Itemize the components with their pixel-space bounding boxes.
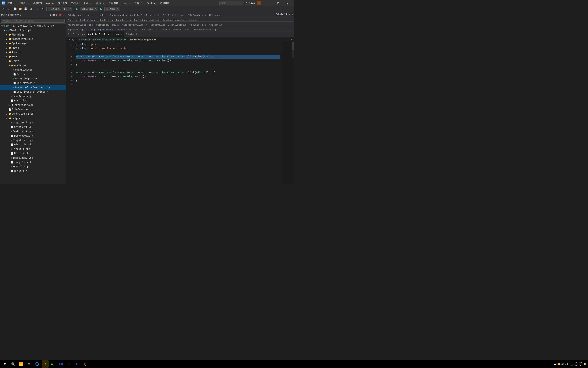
toolbar-redo[interactable]: ↪ [41, 7, 45, 11]
user-avatar[interactable] [257, 1, 261, 5]
tab-toolpage-xaml-cpp[interactable]: ToolPage.xaml.cpp [161, 17, 187, 22]
tab-onedrivefileprovider-cpp-active[interactable]: OneDriveFileProvider.cpp ✕ [87, 31, 124, 37]
code-editor[interactable]: #include "pch.h" #include "OneDriveFileP… [74, 42, 282, 184]
tree-item-drive[interactable]: ▼ 📂 Drive [0, 59, 66, 63]
run-mode-select[interactable]: 仅限本机 [104, 7, 120, 11]
tree-item-cryptoutil-cpp[interactable]: ⊕ CryptoUtil.cpp [0, 120, 66, 125]
tab-app-xaml-h[interactable]: App.xaml.h [208, 22, 224, 26]
menu-debug[interactable]: 调试(D) [82, 1, 94, 5]
se-pin-icon[interactable]: 📌 [58, 13, 62, 17]
tab-embyapi-cpp[interactable]: EmbyApi.cpp [66, 12, 84, 17]
run-target-select[interactable]: 本地计算机 [80, 7, 98, 11]
tab-winnt-h[interactable]: winnt.h [159, 26, 172, 31]
tree-item-basedrive-cpp[interactable]: ⊕ BaseDrive.cpp [0, 94, 66, 98]
tab-macros-h[interactable]: macros.h [84, 12, 98, 17]
tree-item-bean[interactable]: ▶ 📁 Bean [0, 55, 66, 59]
tab-media-h[interactable]: Media.h [66, 17, 79, 22]
tree-solution[interactable]: ▼ ▣ 解决方案 'iPlayX' (1 个项目，共 1 个) [0, 24, 66, 28]
tree-item-onedrive-folder[interactable]: ▼ 📂 onedrive [0, 63, 66, 68]
menu-git[interactable]: Git(G) [44, 1, 56, 5]
menu-extensions[interactable]: 扩展(X) [133, 1, 145, 5]
tree-item-basedrive-h[interactable]: 📄 BaseDrive.h [0, 98, 66, 103]
se-filter-icon[interactable]: ⚙ [55, 13, 58, 17]
tree-item-imagecache-cpp[interactable]: ⊕ ImageCache.cpp [0, 156, 66, 160]
tree-item-mpvutil-h[interactable]: 📄 MPVUtil.h [0, 169, 66, 173]
tree-item-desktoputil-h[interactable]: 📄 DesktopUtil.h [0, 134, 66, 138]
close-button[interactable]: ✕ [283, 0, 292, 6]
menu-build[interactable]: 生成(B) [69, 1, 82, 5]
tab-window-h[interactable]: Window.h [187, 17, 201, 22]
menu-file[interactable]: 文件(F) [6, 1, 18, 5]
run-remote-button[interactable]: ▶ [99, 7, 104, 11]
tab-embyapi-h-active[interactable]: EmbyApi.h [124, 31, 139, 37]
breadcrumb-namespace-select[interactable]: IPLX::Drive::OneDrive::OneDriveFileProvi… [78, 38, 126, 41]
breadcrumb-method-select[interactable]: listFiles(std::string path) [129, 38, 157, 41]
menu-edit[interactable]: 编辑(E) [19, 1, 31, 5]
tab-desktoputil-cpp[interactable]: DesktopUtil.cpp [115, 26, 138, 31]
tree-item-httputil-h[interactable]: 📄 HttpUtil.h [0, 151, 66, 156]
tab-cloudpage-xaml-cpp[interactable]: CloudPage.xaml.cpp [191, 26, 218, 31]
minimize-button[interactable]: ─ [264, 0, 273, 6]
minimap[interactable] [282, 42, 294, 184]
tree-item-arm64[interactable]: ▶ 📁 ARM64 [0, 46, 66, 50]
tab-basedrive-cpp-active[interactable]: BaseDrive.cpp [66, 31, 87, 37]
toolbar-save-all[interactable]: 🗂 [29, 7, 33, 11]
debug-config-select[interactable]: Debug [48, 7, 61, 11]
tab-fileprovider-h[interactable]: FileProvider.h [186, 12, 208, 17]
tab-microsoft-ui-xaml-h[interactable]: Microsoft.UI.Xaml.h [120, 22, 149, 26]
menu-tools[interactable]: 工具(T) [120, 1, 133, 5]
se-close-icon[interactable]: ✕ [62, 13, 64, 17]
active-tab-close[interactable]: ✕ [121, 33, 122, 36]
tab-pch-h[interactable]: pch.h [98, 12, 108, 17]
tab-windows-appl-activation-h[interactable]: Windows.Appl...Activation.h [149, 22, 188, 26]
toolbar-back[interactable]: ↩ [1, 7, 5, 11]
tree-item-helper[interactable]: ▼ 📂 Helper [0, 116, 66, 120]
tab-basedrive-h[interactable]: BaseDrive.h [115, 17, 133, 22]
tree-item-dispatcher-h[interactable]: 📄 Dispatcher.h [0, 142, 66, 147]
toolbar-save[interactable]: 💾 [23, 7, 28, 11]
tab-desktoputil-h[interactable]: DesktopUtil.h [138, 26, 159, 31]
menu-window[interactable]: 窗口(W) [146, 1, 158, 5]
tree-item-onedrive-cpp[interactable]: ⊕ OneDrive.cpp [0, 68, 66, 72]
toolbar-open[interactable]: 📂 [18, 7, 23, 11]
tab-onedrive-h[interactable]: OneDrive.h [98, 17, 115, 22]
tab-media-cpp[interactable]: Media.cpp [208, 12, 223, 17]
run-button[interactable]: ▶ [74, 7, 79, 11]
tab-mainwindow-xaml-h[interactable]: MainWindow.xaml.h [95, 22, 121, 26]
tab-onedrivefileprovider-h[interactable]: OneDriveFileProvider.h [129, 12, 161, 17]
maximize-button[interactable]: □ [274, 0, 283, 6]
tab-pathutil-cpp[interactable]: PathUtil.cpp [172, 26, 191, 31]
arch-select[interactable]: x64 [62, 7, 72, 11]
tab-onedrive-cpp[interactable]: OneDrive.cpp [79, 17, 98, 22]
menu-project[interactable]: 项目(P) [56, 1, 69, 5]
tab-app-xaml-cpp[interactable]: App.xaml.cpp [66, 26, 85, 31]
tree-item-mpvutil-cpp[interactable]: ⊕ MPVUtil.cpp [0, 164, 66, 169]
tree-item-httputil-cpp[interactable]: ⊕ HttpUtil.cpp [0, 147, 66, 151]
tree-item-onedrive-h[interactable]: 📄 OneDrive.h [0, 72, 66, 76]
menu-view[interactable]: 视图(V) [31, 1, 44, 5]
tab-mainwindow-xaml-cpp[interactable]: MainWindow.xaml.cpp [66, 22, 95, 26]
se-collapse-icon[interactable]: ⊟ [53, 13, 55, 17]
menu-analyze[interactable]: 分析(N) [107, 1, 120, 5]
toolbar-undo[interactable]: ↩ [36, 7, 40, 11]
breadcrumb-add[interactable]: + [291, 38, 292, 41]
tree-item-desktoputil-cpp[interactable]: ⊕ DesktopUtil.cpp [0, 129, 66, 134]
tree-item-apppackages[interactable]: ▶ 📁 AppPackages [0, 41, 66, 46]
tree-item-fileprovider-cpp[interactable]: ⊕ FileProvider.cpp [0, 103, 66, 107]
tree-item-assets[interactable]: ▶ 📁 Assets [0, 50, 66, 55]
tab-package-appxmanifest[interactable]: Package.appxmanifest [85, 26, 115, 31]
tree-item-onedrivefileprovider-h[interactable]: 📄 OneDriveFileProvider.h [0, 90, 66, 94]
menu-help[interactable]: 帮助(H) [158, 1, 171, 5]
tree-item-onedriveapi-h[interactable]: 📄 OneDriveApi.h [0, 81, 66, 85]
title-search-input[interactable] [219, 1, 243, 5]
tree-item-cryptoutil-h[interactable]: 📄 CryptoUtil.h [0, 125, 66, 129]
tree-item-generatedfiles[interactable]: ▶ 📁 Generated Files [0, 112, 66, 116]
toolbar-forward[interactable]: ↪ [6, 7, 10, 11]
se-sync-icon[interactable]: ⟳ [50, 13, 52, 17]
tab-app-xaml-g-h[interactable]: App.xaml.g.h [188, 22, 207, 26]
tree-item-imagecache-h[interactable]: 📄 ImageCache.h [0, 160, 66, 164]
tree-item-fileprovider-h[interactable]: 📄 FileProvider.h [0, 107, 66, 112]
solution-search-input[interactable] [1, 19, 64, 23]
tree-project[interactable]: ▼ ◉ iPlayX (Desktop) [0, 28, 66, 32]
tab-fileprovider-cpp[interactable]: FileProvider.cpp [161, 12, 186, 17]
